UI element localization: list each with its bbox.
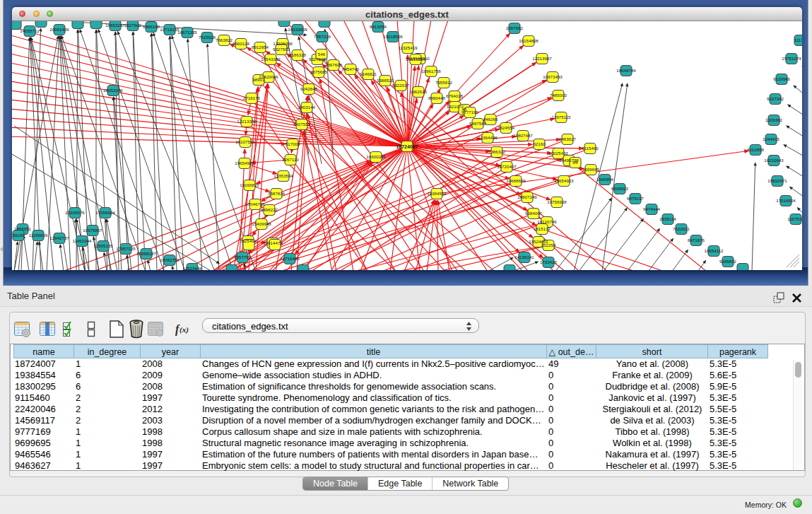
svg-text:1209382: 1209382 bbox=[765, 117, 783, 122]
svg-text:2803144: 2803144 bbox=[298, 105, 316, 110]
svg-text:1588520: 1588520 bbox=[377, 78, 394, 83]
svg-text:7663822: 7663822 bbox=[216, 37, 233, 42]
svg-text:10958187: 10958187 bbox=[136, 251, 156, 256]
svg-text:18300295: 18300295 bbox=[366, 154, 386, 159]
svg-text:8213958: 8213958 bbox=[747, 147, 765, 152]
svg-text:8813054: 8813054 bbox=[370, 24, 387, 29]
svg-text:8990448: 8990448 bbox=[428, 95, 446, 100]
svg-text:9242845: 9242845 bbox=[300, 86, 318, 91]
svg-text:9699695: 9699695 bbox=[582, 167, 600, 172]
svg-text:9129966: 9129966 bbox=[773, 76, 791, 81]
svg-text:3267110: 3267110 bbox=[282, 157, 299, 162]
svg-text:8427552: 8427552 bbox=[293, 122, 311, 127]
svg-text:16782759: 16782759 bbox=[160, 257, 180, 262]
svg-text:14914479: 14914479 bbox=[263, 240, 283, 245]
svg-text:20206576: 20206576 bbox=[65, 210, 85, 215]
svg-text:19654985: 19654985 bbox=[235, 160, 254, 165]
svg-text:16154808: 16154808 bbox=[519, 38, 539, 43]
svg-text:6879197: 6879197 bbox=[627, 196, 645, 201]
svg-text:8471676: 8471676 bbox=[688, 238, 705, 243]
svg-text:18807249: 18807249 bbox=[517, 194, 537, 199]
svg-text:10025433: 10025433 bbox=[548, 151, 568, 156]
svg-text:17957225: 17957225 bbox=[116, 246, 136, 251]
svg-text:14055712: 14055712 bbox=[20, 28, 40, 33]
svg-text:9777169: 9777169 bbox=[461, 110, 479, 115]
svg-text:1167533: 1167533 bbox=[787, 216, 802, 221]
svg-text:11325419: 11325419 bbox=[398, 45, 418, 50]
svg-text:2367608: 2367608 bbox=[325, 62, 343, 67]
svg-text:7955812: 7955812 bbox=[435, 80, 453, 85]
svg-text:10653267: 10653267 bbox=[105, 23, 125, 28]
svg-text:1615132: 1615132 bbox=[534, 226, 551, 231]
svg-text:18724007: 18724007 bbox=[396, 144, 418, 149]
svg-text:9327506: 9327506 bbox=[309, 57, 326, 62]
svg-text:1733426: 1733426 bbox=[540, 259, 558, 264]
svg-text:39159: 39159 bbox=[12, 233, 25, 238]
svg-text:19384554: 19384554 bbox=[427, 191, 447, 196]
svg-text:18613254: 18613254 bbox=[406, 57, 425, 62]
svg-text:6497568: 6497568 bbox=[469, 121, 487, 126]
svg-text:8660124: 8660124 bbox=[233, 41, 250, 46]
svg-text:20091406: 20091406 bbox=[49, 27, 69, 32]
svg-text:16210643: 16210643 bbox=[764, 158, 784, 163]
svg-text:16648784: 16648784 bbox=[616, 68, 636, 73]
svg-text:546: 546 bbox=[318, 52, 326, 57]
svg-text:9245652: 9245652 bbox=[719, 259, 737, 264]
svg-text:8322037: 8322037 bbox=[392, 83, 410, 88]
svg-text:15720407: 15720407 bbox=[497, 164, 517, 169]
svg-text:19166825: 19166825 bbox=[240, 182, 259, 187]
svg-text:9146821: 9146821 bbox=[360, 71, 377, 76]
svg-text:16107553: 16107553 bbox=[235, 139, 255, 144]
svg-text:15409948: 15409948 bbox=[252, 221, 271, 226]
svg-text:9463627: 9463627 bbox=[559, 136, 577, 141]
svg-text:11172: 11172 bbox=[794, 37, 802, 42]
svg-text:2087682: 2087682 bbox=[506, 25, 524, 30]
svg-text:98901: 98901 bbox=[252, 77, 265, 82]
svg-text:1855051: 1855051 bbox=[14, 226, 32, 231]
svg-text:3587834: 3587834 bbox=[268, 191, 286, 196]
svg-text:84: 84 bbox=[573, 160, 578, 165]
svg-text:16120746: 16120746 bbox=[537, 219, 557, 224]
svg-text:1362615: 1362615 bbox=[410, 89, 428, 94]
svg-text:9474444: 9474444 bbox=[643, 206, 661, 211]
svg-text:8454749: 8454749 bbox=[342, 66, 360, 71]
svg-text:17046786: 17046786 bbox=[245, 201, 265, 206]
svg-text:12213967: 12213967 bbox=[532, 56, 552, 61]
svg-text:12505135: 12505135 bbox=[93, 243, 113, 248]
svg-text:62160: 62160 bbox=[533, 141, 546, 146]
svg-text:13353594: 13353594 bbox=[273, 173, 293, 178]
svg-text:9115460: 9115460 bbox=[582, 146, 599, 151]
svg-text:9327503: 9327503 bbox=[273, 47, 290, 52]
svg-text:8912954: 8912954 bbox=[252, 45, 269, 49]
svg-text:10975867: 10975867 bbox=[83, 228, 102, 233]
svg-text:7625402: 7625402 bbox=[240, 238, 257, 243]
svg-text:3675685: 3675685 bbox=[310, 69, 328, 74]
svg-text:15716485: 15716485 bbox=[280, 256, 300, 261]
svg-text:10543362: 10543362 bbox=[261, 57, 281, 62]
svg-text:10973493: 10973493 bbox=[543, 74, 563, 79]
svg-text:8186328: 8186328 bbox=[289, 52, 307, 57]
svg-text:10654112: 10654112 bbox=[704, 248, 724, 253]
svg-text:1640954: 1640954 bbox=[596, 177, 614, 182]
svg-text:16671355: 16671355 bbox=[177, 30, 197, 35]
svg-text:10688609: 10688609 bbox=[506, 178, 526, 183]
svg-text:7485003: 7485003 bbox=[550, 93, 567, 98]
svg-text:252254: 252254 bbox=[541, 243, 556, 247]
svg-text:12213369: 12213369 bbox=[237, 119, 257, 124]
svg-text:10807487: 10807487 bbox=[513, 133, 533, 138]
svg-text:17016504: 17016504 bbox=[776, 198, 796, 203]
svg-text:317006: 317006 bbox=[286, 141, 300, 146]
svg-text:15692971: 15692971 bbox=[767, 178, 787, 183]
svg-text:16033809: 16033809 bbox=[288, 27, 307, 32]
svg-text:1527602: 1527602 bbox=[124, 23, 142, 28]
svg-text:7632621: 7632621 bbox=[673, 226, 690, 231]
svg-text:6466160: 6466160 bbox=[143, 24, 160, 29]
svg-text:11156829: 11156829 bbox=[29, 233, 48, 238]
svg-text:12942737: 12942737 bbox=[49, 235, 69, 240]
svg-text:7357224: 7357224 bbox=[314, 34, 331, 39]
svg-text:12923448: 12923448 bbox=[182, 266, 202, 270]
svg-text:20053346: 20053346 bbox=[103, 88, 123, 93]
svg-text:19218506: 19218506 bbox=[383, 34, 403, 39]
svg-text:7386322: 7386322 bbox=[488, 149, 506, 154]
svg-text:3624554: 3624554 bbox=[498, 125, 515, 130]
